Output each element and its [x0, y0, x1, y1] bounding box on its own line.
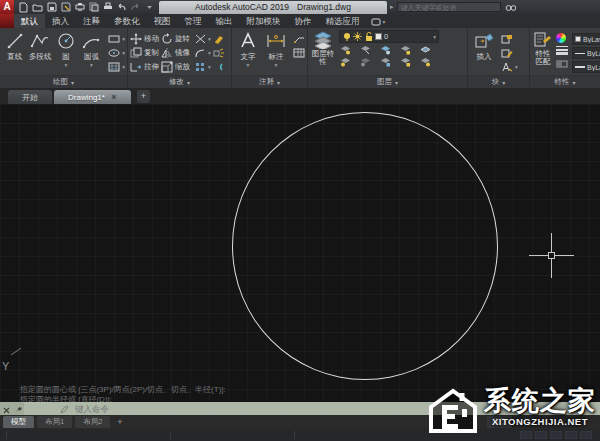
transparency-icon[interactable] — [556, 58, 568, 69]
layer-dropdown-icon[interactable]: ▾ — [433, 34, 436, 40]
ribbon-tab-collaborate[interactable]: 协作 — [288, 14, 319, 28]
layer-tool-unisolate-icon[interactable] — [359, 45, 371, 56]
title-expand-icon[interactable]: ▸ — [387, 3, 397, 11]
layer-freeze-sun-icon[interactable] — [353, 31, 362, 42]
layer-unlock-icon[interactable] — [364, 31, 373, 42]
ellipse-dropdown-icon[interactable]: ▾ — [122, 50, 125, 56]
trim-icon[interactable] — [194, 33, 206, 44]
ellipse-icon[interactable] — [108, 47, 120, 58]
plot-icon[interactable] — [74, 2, 85, 13]
search-binoculars-icon[interactable] — [505, 2, 516, 13]
arc-dropdown-icon[interactable] — [90, 62, 93, 68]
new-tab-plus-icon[interactable]: + — [137, 90, 150, 103]
layer-tool-isolate-icon[interactable] — [339, 45, 351, 56]
ribbon-tab-home[interactable]: 默认 — [14, 13, 45, 28]
lineweight-bylayer-dropdown[interactable]: ByLayer — [572, 61, 600, 73]
autocad-logo-icon[interactable]: A — [0, 0, 14, 14]
drawing-canvas[interactable]: Y 指定圆的圆心或 [三点(3P)/两点(2P)/切点、切点、半径(T)]: 指… — [0, 104, 600, 415]
ribbon-tab-output[interactable]: 输出 — [209, 14, 240, 28]
ribbon-tab-addins[interactable]: 附加模块 — [240, 14, 288, 28]
layer-tool-lock-icon[interactable] — [400, 45, 412, 56]
hatch-icon[interactable] — [108, 61, 120, 72]
ribbon-tab-annotate[interactable]: 注释 — [76, 14, 107, 28]
new-layout-plus-icon[interactable]: + — [113, 417, 126, 427]
block-attributes-dropdown-icon[interactable]: ▾ — [515, 64, 518, 70]
match-properties-button[interactable]: 特性匹配 — [532, 30, 554, 66]
text-button[interactable]: 文字 — [234, 30, 262, 68]
layout-tab-model[interactable]: 模型 — [3, 416, 34, 428]
command-input[interactable] — [75, 404, 275, 414]
close-tab-icon[interactable]: ✕ — [111, 93, 117, 101]
linetype-bylayer-dropdown[interactable]: ByLayer — [572, 47, 600, 59]
ribbon-minimize-icon[interactable]: ▾ — [371, 18, 386, 28]
file-tab-start[interactable]: 开始 — [8, 90, 52, 104]
rotate-button[interactable]: 旋转 — [161, 32, 190, 45]
layer-color-chip[interactable] — [375, 33, 382, 40]
line-button[interactable]: 直线 — [2, 30, 28, 62]
join-icon[interactable] — [213, 61, 225, 72]
dimension-button[interactable]: 标注 — [262, 30, 290, 68]
text-dropdown-icon[interactable] — [247, 62, 250, 68]
file-tab-drawing1[interactable]: Drawing1* ✕ — [54, 90, 131, 104]
dimension-dropdown-icon[interactable] — [275, 62, 278, 68]
insert-block-button[interactable]: 插入 — [470, 30, 498, 62]
ribbon-tab-parametric[interactable]: 参数化 — [107, 14, 147, 28]
layer-dropdown[interactable]: 0 ▾ — [339, 30, 439, 43]
sheet-set-icon[interactable] — [88, 2, 99, 13]
arc-button[interactable]: 圆弧 — [79, 30, 105, 68]
panel-label-draw[interactable]: 绘图 — [0, 75, 127, 88]
edit-block-icon[interactable] — [501, 47, 513, 58]
layer-tool-prev-icon[interactable] — [400, 57, 412, 68]
table-icon[interactable] — [293, 47, 305, 58]
layer-tool-state-icon[interactable] — [420, 57, 432, 68]
panel-label-layers[interactable]: 图层 — [308, 75, 467, 88]
array-icon[interactable] — [194, 61, 206, 72]
ribbon-tab-manage[interactable]: 管理 — [178, 14, 209, 28]
rectangle-icon[interactable] — [108, 33, 120, 44]
leader-icon[interactable] — [293, 33, 305, 44]
save-icon[interactable] — [46, 2, 57, 13]
mirror-button[interactable]: 镜像 — [161, 46, 190, 59]
undo-icon[interactable] — [116, 2, 127, 13]
search-input[interactable] — [398, 4, 500, 11]
layer-tool-on-icon[interactable] — [339, 57, 351, 68]
copy-button[interactable]: 复制 — [130, 46, 159, 59]
ribbon-tab-insert[interactable]: 插入 — [45, 14, 76, 28]
panel-label-block[interactable]: 块 — [468, 75, 529, 88]
fillet-icon[interactable] — [194, 47, 206, 58]
layer-tool-match-icon[interactable] — [379, 57, 391, 68]
print-icon[interactable] — [102, 2, 113, 13]
block-attributes-icon[interactable] — [501, 61, 513, 72]
panel-label-annotate[interactable]: 注释 — [232, 75, 307, 88]
rectangle-dropdown-icon[interactable]: ▾ — [122, 36, 125, 42]
layout-tab-layout1[interactable]: 布局1 — [37, 416, 72, 428]
ribbon-tab-view[interactable]: 视图 — [147, 14, 178, 28]
color-wheel-icon[interactable] — [556, 33, 566, 43]
drawn-circle[interactable] — [232, 112, 498, 380]
panel-label-modify[interactable]: 修改 — [128, 75, 231, 88]
color-bylayer-dropdown[interactable]: ByLayer ▾ — [572, 33, 600, 45]
circle-dropdown-icon[interactable] — [65, 62, 68, 68]
create-block-icon[interactable] — [501, 33, 513, 44]
layer-properties-button[interactable]: 图层特性 — [310, 30, 336, 66]
layer-tool-freeze-icon[interactable] — [379, 45, 391, 56]
erase-icon[interactable] — [213, 33, 225, 44]
move-button[interactable]: 移动 — [130, 32, 159, 45]
array-dropdown-icon[interactable]: ▾ — [208, 64, 211, 70]
ribbon-tab-featured[interactable]: 精选应用 — [319, 14, 367, 28]
layer-on-bulb-icon[interactable] — [342, 31, 351, 42]
lineweight-sample-icon[interactable] — [556, 45, 568, 56]
scale-button[interactable]: 缩放 — [161, 60, 190, 73]
open-folder-icon[interactable] — [32, 2, 43, 13]
layer-tool-current-icon[interactable] — [420, 45, 432, 56]
qat-customize-icon[interactable] — [144, 2, 155, 13]
layer-tool-off-icon[interactable] — [359, 57, 371, 68]
stretch-button[interactable]: 拉伸 — [130, 60, 159, 73]
fillet-dropdown-icon[interactable]: ▾ — [208, 50, 211, 56]
trim-dropdown-icon[interactable]: ▾ — [208, 36, 211, 42]
layout-tab-layout2[interactable]: 布局2 — [75, 416, 110, 428]
redo-icon[interactable] — [130, 2, 141, 13]
hatch-dropdown-icon[interactable]: ▾ — [122, 64, 125, 70]
app-button-lower[interactable] — [0, 14, 14, 28]
new-file-icon[interactable] — [18, 2, 29, 13]
